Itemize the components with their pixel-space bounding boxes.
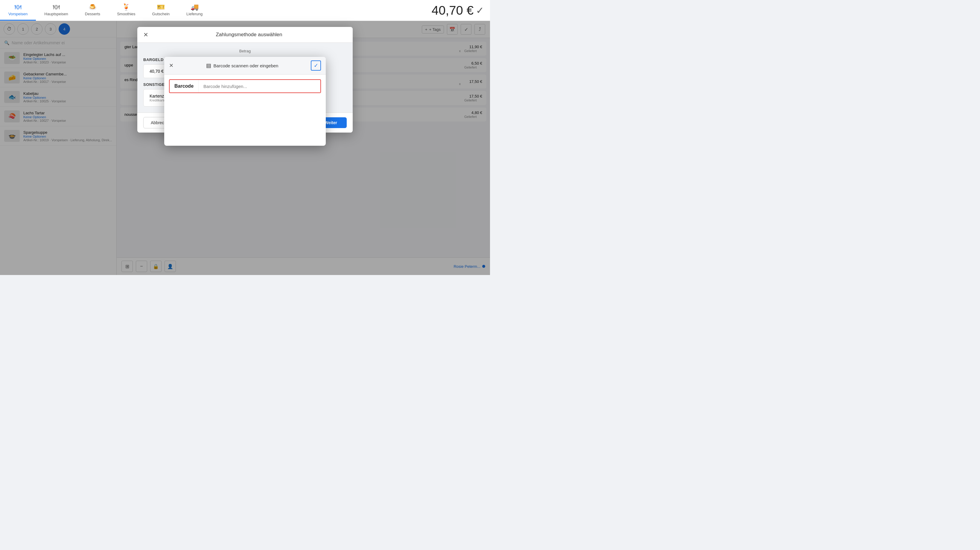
barcode-close-button[interactable]: ✕ — [169, 62, 173, 69]
tab-vorspeisen-label: Vorspeisen — [8, 12, 27, 16]
barcode-modal-header: ✕ ▤ Barcode scannen oder eingeben ✓ — [164, 57, 326, 75]
tab-desserts[interactable]: 🍮 Desserts — [76, 0, 108, 21]
tab-lieferung[interactable]: 🚚 Lieferung — [178, 0, 211, 21]
top-navigation: 🍽 Vorspeisen 🍽 Hauptspeisen 🍮 Desserts 🍹… — [0, 0, 490, 21]
betrag-label: Betrag — [143, 49, 347, 53]
tab-vorspeisen[interactable]: 🍽 Vorspeisen — [0, 0, 36, 21]
barcode-icon: ▤ — [206, 62, 211, 69]
tab-smoothies[interactable]: 🍹 Smoothies — [108, 0, 143, 21]
total-area: 40,70 € ✓ — [432, 0, 490, 21]
smoothies-icon: 🍹 — [122, 4, 130, 11]
tab-desserts-label: Desserts — [85, 12, 100, 16]
confirm-icon[interactable]: ✓ — [476, 5, 484, 16]
tab-lieferung-label: Lieferung — [186, 12, 202, 16]
tab-gutschein-label: Gutschein — [152, 12, 170, 16]
barcode-field-label: Barcode — [170, 80, 199, 92]
tab-smoothies-label: Smoothies — [117, 12, 135, 16]
total-amount: 40,70 € — [432, 3, 474, 18]
desserts-icon: 🍮 — [89, 4, 97, 11]
barcode-empty-space — [164, 98, 326, 146]
barcode-input-row: Barcode — [169, 79, 321, 93]
barcode-input[interactable] — [199, 80, 320, 92]
barcode-confirm-button[interactable]: ✓ — [311, 61, 321, 71]
tab-hauptspeisen[interactable]: 🍽 Hauptspeisen — [36, 0, 76, 21]
payment-modal-title: Zahlungsmethode auswählen — [151, 32, 347, 38]
barcode-modal-title: ▤ Barcode scannen oder eingeben — [177, 62, 308, 69]
bargeld-amount: 40,70 € — [150, 69, 164, 73]
tab-gutschein[interactable]: 🎫 Gutschein — [144, 0, 178, 21]
payment-modal-close-button[interactable]: ✕ — [143, 31, 148, 38]
gutschein-icon: 🎫 — [157, 4, 165, 11]
vorspeisen-icon: 🍽 — [15, 4, 21, 11]
barcode-modal: ✕ ▤ Barcode scannen oder eingeben ✓ Barc… — [164, 57, 326, 146]
modal-overlay: ✕ Zahlungsmethode auswählen Betrag BARGE… — [0, 21, 490, 275]
lieferung-icon: 🚚 — [191, 4, 199, 11]
payment-modal-header: ✕ Zahlungsmethode auswählen — [137, 27, 353, 43]
hauptspeisen-icon: 🍽 — [53, 4, 59, 11]
tab-hauptspeisen-label: Hauptspeisen — [44, 12, 68, 16]
